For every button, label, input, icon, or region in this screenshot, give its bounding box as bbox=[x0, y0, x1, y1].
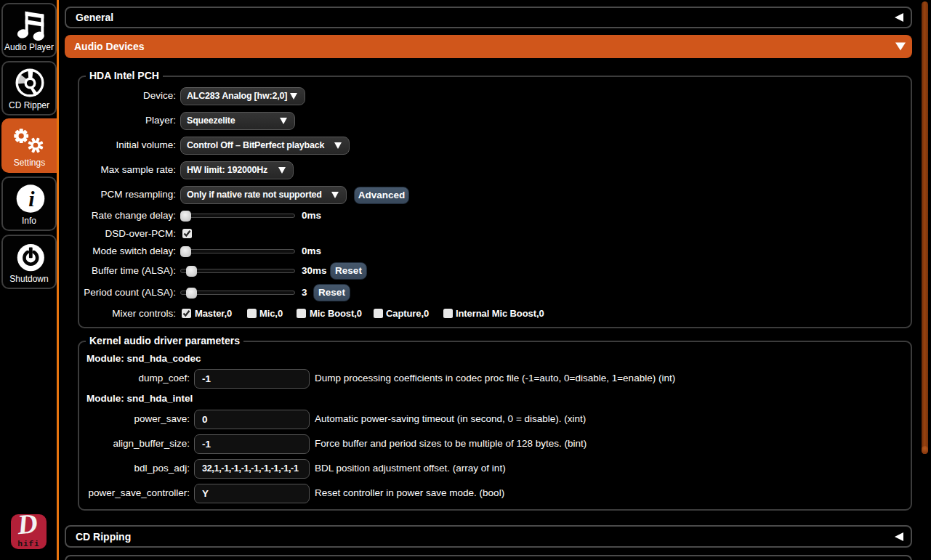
svg-text:i: i bbox=[28, 187, 35, 211]
